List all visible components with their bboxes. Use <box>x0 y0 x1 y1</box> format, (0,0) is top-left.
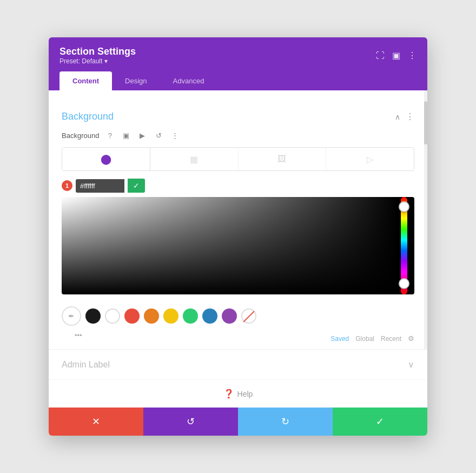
hue-thumb-top[interactable] <box>399 201 409 212</box>
image-icon: 🖼 <box>277 154 286 164</box>
tab-design[interactable]: Design <box>112 71 160 90</box>
swatch-purple[interactable] <box>222 308 237 324</box>
redo-button[interactable]: ↻ <box>238 408 333 436</box>
reset-icon[interactable]: ↺ <box>153 130 164 141</box>
hex-input[interactable] <box>76 179 124 193</box>
help-circle-icon: ❓ <box>223 389 234 399</box>
bg-video-tab[interactable]: ▷ <box>326 148 414 170</box>
background-label: Background <box>62 132 99 140</box>
hue-thumb-bottom[interactable] <box>399 278 409 289</box>
undo-button[interactable]: ↺ <box>143 408 238 436</box>
split-view-icon[interactable]: ▣ <box>392 50 400 61</box>
eyedropper-icon: ✒ <box>68 312 75 320</box>
tab-content[interactable]: Content <box>60 71 112 90</box>
recent-tab[interactable]: Recent <box>381 335 401 343</box>
scrollbar-thumb[interactable] <box>424 101 427 144</box>
background-section-header: Background ∧ ⋮ <box>62 111 414 122</box>
background-type-tabs: ⬤ ▦ 🖼 ▷ <box>62 147 414 171</box>
admin-label-chevron-icon: ∨ <box>408 359 414 370</box>
section-settings-modal: Section Settings Preset: Default ▾ ⛶ ▣ ⋮… <box>49 37 427 436</box>
hue-slider[interactable] <box>399 197 409 294</box>
help-row[interactable]: ❓ Help <box>49 379 427 408</box>
swatch-orange[interactable] <box>144 308 159 324</box>
scrollbar-track[interactable] <box>424 90 427 349</box>
preset-selector[interactable]: Preset: Default ▾ <box>60 57 136 65</box>
more-swatches-icon[interactable]: ••• <box>75 331 82 339</box>
modal-footer: ✕ ↺ ↻ ✓ <box>49 408 427 436</box>
swatch-blue[interactable] <box>202 308 217 324</box>
global-tab[interactable]: Global <box>355 335 374 343</box>
fullscreen-icon[interactable]: ⛶ <box>376 51 385 61</box>
save-button[interactable]: ✓ <box>333 408 427 436</box>
modal-title: Section Settings <box>60 46 136 57</box>
swatch-white[interactable] <box>105 308 120 324</box>
saved-tabs-row: Saved Global Recent ⚙ <box>62 334 414 349</box>
color-gradient-canvas[interactable] <box>62 197 414 294</box>
section-more-icon[interactable]: ⋮ <box>406 111 414 122</box>
help-label: Help <box>237 390 253 398</box>
bg-image-tab[interactable]: 🖼 <box>239 148 327 170</box>
select-icon[interactable]: ▶ <box>137 130 148 141</box>
saved-settings-icon[interactable]: ⚙ <box>408 334 414 343</box>
hue-track <box>401 197 407 294</box>
background-section-title: Background <box>62 111 114 122</box>
saved-tab[interactable]: Saved <box>330 335 349 343</box>
tab-bar: Content Design Advanced <box>60 71 416 90</box>
cancel-icon: ✕ <box>92 416 100 428</box>
color-picker: 1 ✓ <box>62 179 414 294</box>
bg-gradient-tab[interactable]: ▦ <box>150 148 239 170</box>
collapse-icon[interactable]: ∧ <box>395 113 400 121</box>
swatch-red[interactable] <box>124 308 140 324</box>
admin-label-text: Admin Label <box>62 360 110 370</box>
swatch-black[interactable] <box>85 308 101 324</box>
saved-row-wrapper: ••• Saved Global Recent ⚙ <box>62 334 414 349</box>
gradient-icon: ▦ <box>190 154 198 165</box>
bg-more-icon[interactable]: ⋮ <box>169 130 180 141</box>
undo-icon: ↺ <box>187 416 195 428</box>
tab-advanced[interactable]: Advanced <box>160 71 217 90</box>
device-icon[interactable]: ▣ <box>121 130 131 141</box>
swatch-none[interactable] <box>241 308 256 324</box>
color-swatches-row: ✒ <box>62 302 414 330</box>
header-actions: ⛶ ▣ ⋮ <box>376 50 416 61</box>
swatch-green[interactable] <box>183 308 198 324</box>
modal-header: Section Settings Preset: Default ▾ ⛶ ▣ ⋮… <box>49 37 427 90</box>
help-question-icon[interactable]: ? <box>104 130 115 141</box>
preset-label: Preset: Default <box>60 57 102 65</box>
step-badge: 1 <box>62 180 72 191</box>
cancel-button[interactable]: ✕ <box>49 408 143 436</box>
eyedropper-button[interactable]: ✒ <box>62 306 81 326</box>
video-icon: ▷ <box>367 154 373 165</box>
swatch-yellow[interactable] <box>163 308 178 324</box>
admin-label-section[interactable]: Admin Label ∨ <box>49 349 427 379</box>
color-fill-icon: ⬤ <box>101 153 111 165</box>
more-options-icon[interactable]: ⋮ <box>408 50 416 61</box>
preset-arrow-icon: ▾ <box>104 57 108 65</box>
background-row: Background ? ▣ ▶ ↺ ⋮ <box>62 130 414 141</box>
confirm-color-button[interactable]: ✓ <box>128 179 145 193</box>
modal-content: Background ∧ ⋮ Background ? ▣ ▶ ↺ ⋮ ⬤ <box>49 90 427 349</box>
hex-row: 1 ✓ <box>62 179 414 193</box>
bg-color-tab[interactable]: ⬤ <box>62 148 150 170</box>
redo-icon: ↻ <box>281 416 289 428</box>
section-controls: ∧ ⋮ <box>395 111 414 122</box>
header-top: Section Settings Preset: Default ▾ ⛶ ▣ ⋮ <box>60 46 416 65</box>
header-left: Section Settings Preset: Default ▾ <box>60 46 136 65</box>
save-icon: ✓ <box>376 416 384 428</box>
